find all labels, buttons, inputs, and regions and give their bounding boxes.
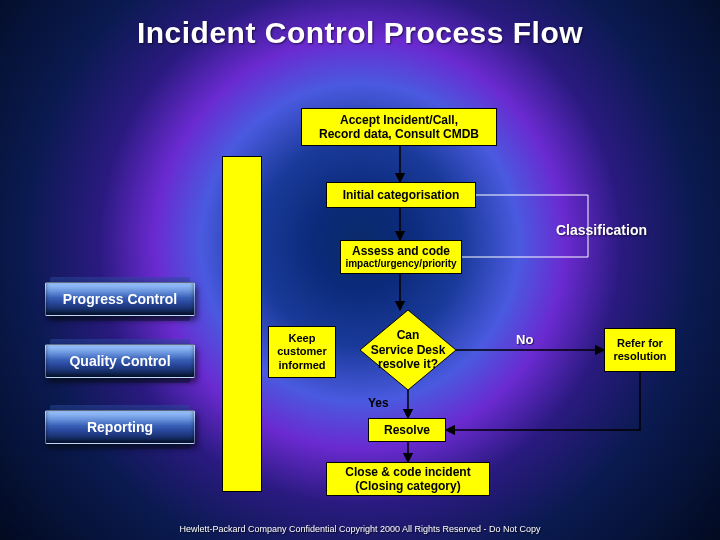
node-refer-resolution-text: Refer for resolution — [613, 337, 666, 363]
side-reporting: Reporting — [45, 410, 195, 444]
label-yes: Yes — [368, 396, 389, 410]
node-accept-incident-text: Accept Incident/Call, Record data, Consu… — [319, 113, 479, 142]
node-resolve-text: Resolve — [384, 423, 430, 437]
node-assess-code-sub: impact/urgency/priority — [345, 258, 456, 270]
decision-can-resolve: Can Service Desk resolve it? — [360, 310, 456, 390]
side-quality-control: Quality Control — [45, 344, 195, 378]
node-resolve: Resolve — [368, 418, 446, 442]
node-accept-incident: Accept Incident/Call, Record data, Consu… — [301, 108, 497, 146]
node-keep-informed: Keep customer informed — [268, 326, 336, 378]
swimlane-bar — [222, 156, 262, 492]
label-no: No — [516, 332, 533, 347]
node-initial-categorisation-text: Initial categorisation — [343, 188, 460, 202]
node-initial-categorisation: Initial categorisation — [326, 182, 476, 208]
label-classification: Classification — [556, 222, 647, 238]
node-keep-informed-text: Keep customer informed — [277, 332, 327, 372]
node-assess-code: Assess and code impact/urgency/priority — [340, 240, 462, 274]
node-assess-code-text: Assess and code — [352, 244, 450, 258]
footer-confidential: Hewlett-Packard Company Confidential Cop… — [0, 524, 720, 534]
page-title: Incident Control Process Flow — [0, 16, 720, 50]
node-close-code-text: Close & code incident (Closing category) — [345, 465, 470, 494]
node-close-code: Close & code incident (Closing category) — [326, 462, 490, 496]
side-progress-control: Progress Control — [45, 282, 195, 316]
node-refer-resolution: Refer for resolution — [604, 328, 676, 372]
decision-text: Can Service Desk resolve it? — [371, 328, 446, 371]
